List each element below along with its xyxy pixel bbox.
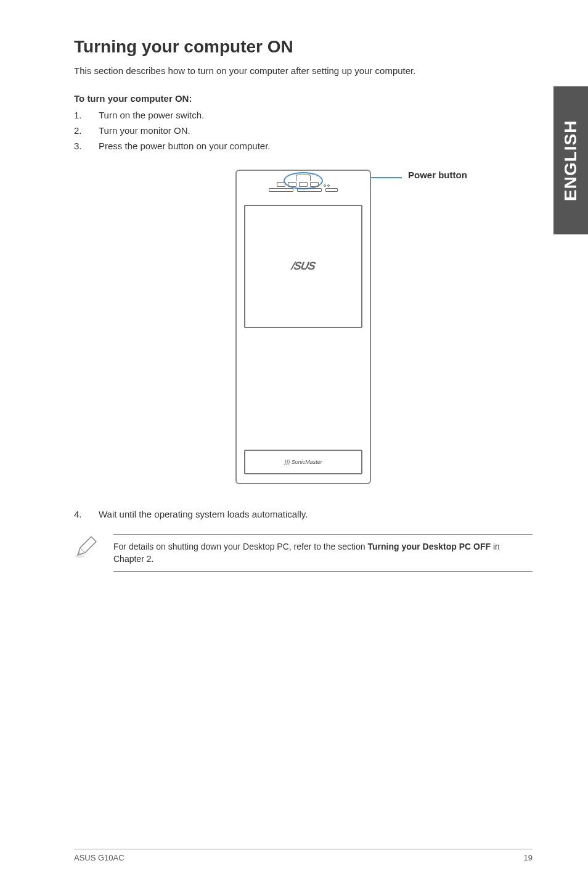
usb-port-icon bbox=[299, 182, 308, 187]
step-number: 3. bbox=[74, 141, 99, 151]
step-text: Press the power button on your computer. bbox=[99, 141, 271, 151]
step-item: 3. Press the power button on your comput… bbox=[74, 141, 533, 151]
note-pencil-icon bbox=[74, 534, 99, 559]
tower-top-panel bbox=[237, 171, 370, 202]
step-item: 2. Turn your monitor ON. bbox=[74, 125, 533, 136]
svg-point-0 bbox=[75, 555, 85, 558]
page-footer: ASUS G10AC 19 bbox=[74, 849, 533, 862]
usb-port-icon bbox=[310, 182, 319, 187]
step-text: Turn on the power switch. bbox=[99, 110, 204, 120]
sonicmaster-panel: ))) SonicMaster bbox=[244, 450, 362, 474]
note-text: For details on shutting down your Deskto… bbox=[113, 534, 533, 572]
tower-front-panel: /SUS bbox=[244, 205, 362, 328]
step-number: 2. bbox=[74, 125, 99, 136]
note-bold: Turning your Desktop PC OFF bbox=[367, 542, 491, 551]
usb-port-icon bbox=[288, 182, 296, 187]
diagram-container: Power button bbox=[74, 170, 533, 484]
sonicmaster-label: ))) SonicMaster bbox=[284, 459, 322, 465]
power-button-label: Power button bbox=[408, 170, 467, 180]
intro-text: This section describes how to turn on yo… bbox=[74, 65, 533, 76]
step-item: 4. Wait until the operating system loads… bbox=[74, 509, 533, 519]
card-slot-icon bbox=[269, 188, 293, 192]
language-tab: ENGLISH bbox=[553, 86, 588, 234]
footer-model: ASUS G10AC bbox=[74, 853, 125, 862]
asus-logo: /SUS bbox=[290, 260, 316, 273]
led-icon bbox=[327, 184, 330, 187]
step-text: Wait until the operating system loads au… bbox=[99, 509, 308, 519]
step-number: 4. bbox=[74, 509, 99, 519]
note-prefix: For details on shutting down your Deskto… bbox=[113, 542, 367, 551]
step-text: Turn your monitor ON. bbox=[99, 125, 190, 136]
page-heading: Turning your computer ON bbox=[74, 37, 533, 57]
step-item: 1. Turn on the power switch. bbox=[74, 110, 533, 120]
card-slot-icon bbox=[297, 188, 322, 192]
card-slot-icon bbox=[325, 188, 338, 192]
note-block: For details on shutting down your Deskto… bbox=[74, 534, 533, 572]
steps-list: 1. Turn on the power switch. 2. Turn you… bbox=[74, 110, 533, 151]
led-icon bbox=[324, 184, 326, 187]
sub-heading: To turn your computer ON: bbox=[74, 93, 533, 104]
step-number: 1. bbox=[74, 110, 99, 120]
footer-page-number: 19 bbox=[524, 853, 533, 862]
usb-port-icon bbox=[277, 182, 285, 187]
computer-tower-diagram: /SUS ))) SonicMaster bbox=[235, 170, 371, 484]
